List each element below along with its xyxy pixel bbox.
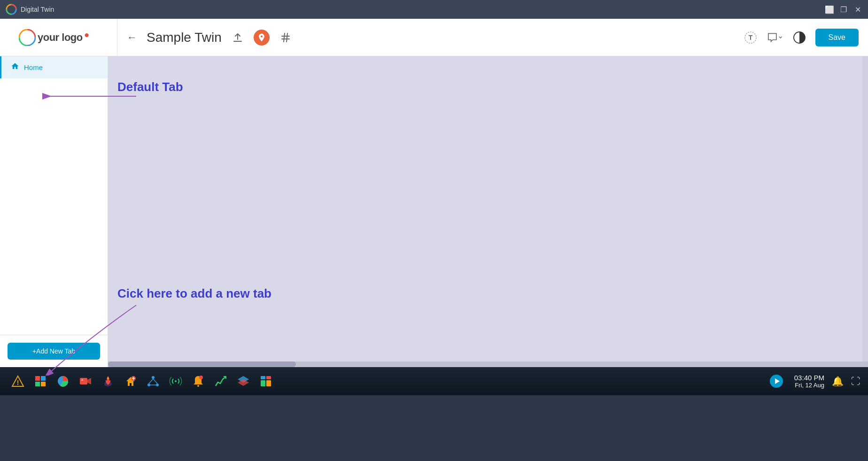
sidebar: Home +Add New Tab	[0, 56, 108, 367]
app-container: your logo• ← Sample Twin	[0, 19, 868, 367]
svg-rect-34	[261, 380, 265, 386]
upload-button[interactable]	[229, 29, 246, 46]
hashtag-button[interactable]	[277, 29, 294, 46]
logo-container: your logo•	[19, 29, 89, 46]
hashtag-icon	[280, 32, 291, 43]
title-bar: Digital Twin ⬜ ❐ ✕	[0, 0, 868, 19]
contrast-icon	[793, 31, 806, 44]
chart-up-icon	[214, 375, 227, 388]
content-area: Home +Add New Tab Default Tab	[0, 56, 868, 367]
taskbar: !	[0, 367, 868, 395]
pie-chart-icon	[56, 375, 70, 388]
toolbar-right: T Save	[742, 29, 859, 46]
svg-rect-17	[81, 379, 83, 381]
svg-marker-16	[87, 378, 91, 384]
restore-button[interactable]: ❐	[839, 5, 848, 14]
logo-dot: •	[85, 28, 89, 43]
close-button[interactable]: ✕	[853, 5, 862, 14]
comment-icon	[767, 31, 778, 44]
twin-title: Sample Twin	[147, 30, 222, 45]
sidebar-item-home[interactable]: Home	[0, 56, 108, 78]
taskbar-network-button[interactable]	[143, 371, 163, 392]
sidebar-bottom: +Add New Tab	[0, 335, 108, 367]
sidebar-item-home-label: Home	[24, 63, 43, 71]
taskbar-chart-button[interactable]	[210, 371, 231, 392]
canvas-scrollbar-thumb[interactable]	[108, 361, 296, 367]
svg-rect-12	[35, 382, 40, 386]
svg-line-24	[149, 379, 153, 384]
taskbar-warning-icon[interactable]: !	[8, 371, 28, 392]
main-canvas-container: Default Tab Cick here to add a new tab	[108, 56, 868, 367]
taskbar-dashboard-button[interactable]	[256, 371, 276, 392]
bell-icon	[192, 375, 205, 388]
taskbar-clock: 03:40 PM Fri, 12 Aug	[794, 374, 824, 389]
minimize-button[interactable]: ⬜	[825, 5, 834, 14]
taskbar-video-button[interactable]	[75, 371, 96, 392]
save-button[interactable]: Save	[815, 29, 859, 46]
taskbar-person-button[interactable]	[98, 371, 118, 392]
canvas-scrollbar-horizontal[interactable]	[108, 361, 868, 367]
taskbar-play-button[interactable]	[766, 371, 787, 392]
toolbar-icons	[229, 29, 294, 46]
comment-button[interactable]	[767, 29, 783, 46]
video-icon	[79, 375, 92, 388]
upload-icon	[232, 32, 243, 43]
svg-point-19	[107, 377, 109, 379]
grid-icon	[34, 375, 47, 388]
logo-icon	[19, 29, 36, 46]
taskbar-layers-button[interactable]	[233, 371, 254, 392]
taskbar-right: 03:40 PM Fri, 12 Aug 🔔 ⛶	[766, 371, 860, 392]
taskbar-homepin-button[interactable]	[120, 371, 141, 392]
svg-rect-33	[266, 376, 271, 379]
svg-rect-13	[41, 382, 46, 386]
layers-icon	[237, 375, 250, 388]
svg-rect-32	[261, 376, 265, 379]
title-bar-logo: Digital Twin	[6, 4, 54, 15]
taskbar-bell-button[interactable]	[188, 371, 209, 392]
play-icon	[769, 374, 784, 389]
logo-text: your logo	[38, 31, 83, 44]
taskbar-signal-button[interactable]	[165, 371, 186, 392]
location-pin-icon	[257, 33, 266, 42]
svg-rect-11	[41, 376, 46, 381]
location-button[interactable]	[254, 30, 270, 46]
home-icon	[11, 62, 19, 73]
taskbar-grid-button[interactable]	[30, 371, 51, 392]
taskbar-piechart-button[interactable]	[53, 371, 73, 392]
svg-point-29	[199, 376, 203, 379]
clock-date: Fri, 12 Aug	[794, 382, 824, 389]
taskbar-expand-button[interactable]: ⛶	[851, 376, 860, 387]
toolbar: your logo• ← Sample Twin	[0, 19, 868, 56]
app-title: Digital Twin	[21, 6, 54, 13]
title-bar-controls: ⬜ ❐ ✕	[825, 5, 862, 14]
svg-text:!: !	[17, 379, 19, 386]
logo-area: your logo•	[9, 19, 117, 56]
signal-icon	[169, 375, 182, 388]
main-canvas	[108, 56, 868, 367]
svg-text:T: T	[748, 34, 752, 41]
taskbar-notification-button[interactable]: 🔔	[832, 376, 844, 387]
back-button[interactable]: ←	[125, 30, 139, 46]
add-new-tab-button[interactable]: +Add New Tab	[8, 343, 100, 360]
dashboard-icon	[259, 375, 272, 388]
svg-point-28	[197, 385, 199, 387]
toolbar-left: ← Sample Twin	[125, 29, 735, 46]
svg-rect-35	[266, 380, 271, 386]
svg-line-25	[153, 379, 157, 384]
comment-dropdown-icon	[778, 35, 783, 40]
network-icon	[147, 375, 160, 388]
home-svg	[11, 62, 19, 70]
canvas-scrollbar-vertical[interactable]	[862, 56, 868, 361]
svg-rect-10	[35, 376, 40, 381]
home-pin-icon	[124, 375, 137, 388]
svg-point-27	[175, 380, 177, 382]
text-icon: T	[744, 31, 757, 44]
person-icon	[101, 375, 115, 388]
contrast-button[interactable]	[791, 29, 808, 46]
sidebar-nav: Home	[0, 56, 108, 335]
clock-time: 03:40 PM	[794, 374, 824, 382]
svg-rect-15	[80, 378, 87, 384]
warning-icon: !	[11, 375, 24, 388]
text-button[interactable]: T	[742, 29, 759, 46]
app-icon	[6, 4, 17, 15]
